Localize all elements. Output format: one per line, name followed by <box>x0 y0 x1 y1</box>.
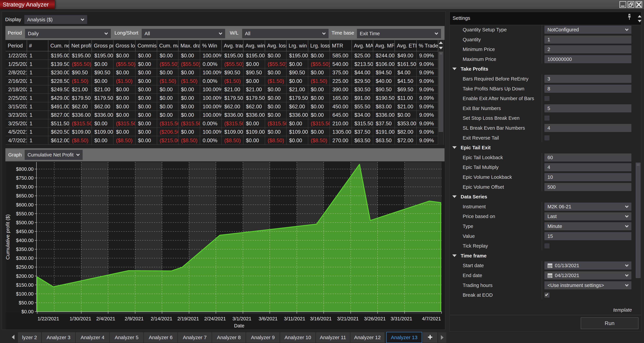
svg-text:$750.00: $750.00 <box>16 175 34 181</box>
svg-text:3/1/2021: 3/1/2021 <box>232 316 252 321</box>
svg-text:3/11/2021: 3/11/2021 <box>284 316 306 321</box>
svg-text:2/24/2021: 2/24/2021 <box>204 316 226 321</box>
svg-text:Cumulative profit ($): Cumulative profit ($) <box>6 214 10 260</box>
svg-text:$150.00: $150.00 <box>16 282 34 288</box>
svg-text:1/30/2021: 1/30/2021 <box>70 316 91 321</box>
svg-text:$250.00: $250.00 <box>16 264 34 270</box>
svg-text:$550.00: $550.00 <box>16 211 34 216</box>
svg-text:$50.00: $50.00 <box>19 300 34 306</box>
svg-text:2/19/2021: 2/19/2021 <box>177 316 199 321</box>
svg-text:$700.00: $700.00 <box>16 184 34 190</box>
svg-text:$100.00: $100.00 <box>16 291 34 297</box>
svg-text:1/22/2021: 1/22/2021 <box>38 316 59 321</box>
svg-text:$600.00: $600.00 <box>16 202 34 208</box>
svg-text:3/21/2021: 3/21/2021 <box>337 316 358 321</box>
svg-text:$300.00: $300.00 <box>16 256 34 261</box>
svg-text:2/14/2021: 2/14/2021 <box>150 316 172 321</box>
svg-text:$400.00: $400.00 <box>16 238 34 243</box>
svg-text:2/4/2021: 2/4/2021 <box>96 316 115 321</box>
svg-text:4/7/2021: 4/7/2021 <box>422 316 441 321</box>
svg-text:2/9/2021: 2/9/2021 <box>125 316 144 321</box>
svg-text:$650.00: $650.00 <box>16 193 34 198</box>
svg-text:$500.00: $500.00 <box>16 220 34 225</box>
svg-text:$200.00: $200.00 <box>16 273 34 279</box>
svg-text:$450.00: $450.00 <box>16 229 34 234</box>
svg-text:Date: Date <box>234 323 244 329</box>
svg-text:$800.00: $800.00 <box>16 166 34 172</box>
svg-text:3/31/2021: 3/31/2021 <box>390 316 412 321</box>
svg-text:3/26/2021: 3/26/2021 <box>364 316 386 321</box>
svg-text:$350.00: $350.00 <box>16 247 34 252</box>
svg-text:$0.00: $0.00 <box>21 309 34 314</box>
svg-text:3/6/2021: 3/6/2021 <box>259 316 278 321</box>
svg-text:3/16/2021: 3/16/2021 <box>310 316 332 321</box>
